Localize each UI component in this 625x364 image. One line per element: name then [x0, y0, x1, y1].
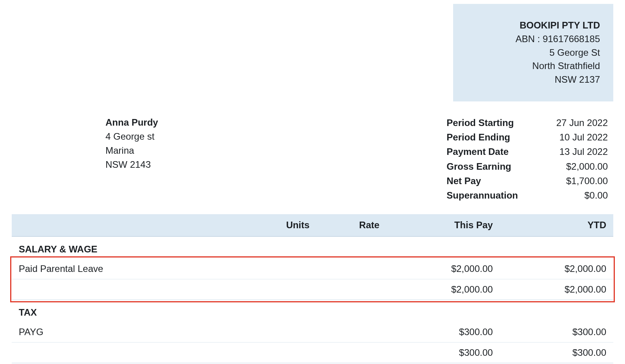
subtotal-cell [240, 343, 316, 363]
summary-value: 10 Jul 2022 [545, 130, 608, 144]
summary-value: $2,000.00 [545, 159, 608, 174]
summary-row: Gross Earning$2,000.00 [446, 159, 608, 174]
company-address-1: 5 George St [500, 46, 600, 60]
subtotal-row: $300.00$300.00 [12, 343, 613, 363]
section-title: TAX [12, 300, 613, 322]
summary-label: Payment Date [446, 144, 509, 159]
company-address-2: North Strathfield [500, 59, 600, 73]
summary-row: Period Starting27 Jun 2022 [446, 115, 608, 130]
cell-this_pay: $300.00 [386, 322, 500, 343]
col-this-pay: This Pay [386, 214, 500, 236]
summary-row: Payment Date13 Jul 2022 [446, 144, 608, 159]
summary-row: Net Pay$1,700.00 [446, 174, 608, 188]
cell-ytd: $2,000.00 [500, 259, 613, 279]
subtotal-row: $2,000.00$2,000.00 [12, 279, 613, 300]
section-title: SALARY & WAGE [12, 236, 613, 259]
company-name: BOOKIPI PTY LTD [500, 19, 600, 32]
subtotal-cell: $2,000.00 [500, 279, 613, 300]
subtotal-cell [12, 279, 240, 300]
col-units: Units [240, 214, 316, 236]
subtotal-cell: $300.00 [500, 343, 613, 363]
pay-table: Units Rate This Pay YTD SALARY & WAGEPai… [12, 214, 613, 363]
section-header-row: TAX [12, 300, 613, 322]
table-row: Paid Parental Leave$2,000.00$2,000.00 [12, 259, 613, 279]
table-wrap: Units Rate This Pay YTD SALARY & WAGEPai… [12, 214, 613, 363]
employee-address-3: NSW 2143 [105, 158, 158, 172]
subtotal-cell: $2,000.00 [386, 279, 500, 300]
info-row: Anna Purdy 4 George st Marina NSW 2143 P… [12, 115, 613, 202]
employee-block: Anna Purdy 4 George st Marina NSW 2143 [105, 115, 158, 202]
employee-address-2: Marina [105, 144, 158, 158]
cell-rate [316, 259, 386, 279]
table-row: PAYG$300.00$300.00 [12, 322, 613, 343]
col-item [12, 214, 240, 236]
summary-label: Period Ending [446, 130, 510, 144]
subtotal-cell [316, 279, 386, 300]
summary-row: Period Ending10 Jul 2022 [446, 130, 608, 144]
summary-value: 13 Jul 2022 [545, 144, 608, 159]
subtotal-cell [12, 343, 240, 363]
col-rate: Rate [316, 214, 386, 236]
company-block: BOOKIPI PTY LTD ABN : 91617668185 5 Geor… [453, 4, 613, 101]
table-header-row: Units Rate This Pay YTD [12, 214, 613, 236]
cell-units [240, 322, 316, 343]
summary-block: Period Starting27 Jun 2022Period Ending1… [446, 115, 613, 202]
col-ytd: YTD [500, 214, 613, 236]
cell-item: PAYG [12, 322, 240, 343]
company-abn: ABN : 91617668185 [500, 32, 600, 46]
subtotal-cell [316, 343, 386, 363]
cell-rate [316, 322, 386, 343]
payslip-page: BOOKIPI PTY LTD ABN : 91617668185 5 Geor… [0, 0, 625, 364]
summary-label: Superannuation [446, 188, 518, 202]
summary-label: Gross Earning [446, 159, 511, 174]
subtotal-cell [240, 279, 316, 300]
employee-name: Anna Purdy [105, 115, 158, 130]
summary-row: Superannuation$0.00 [446, 188, 608, 202]
company-address-3: NSW 2137 [500, 73, 600, 87]
cell-item: Paid Parental Leave [12, 259, 240, 279]
subtotal-cell: $300.00 [386, 343, 500, 363]
summary-label: Period Starting [446, 115, 514, 130]
summary-value: $1,700.00 [545, 174, 608, 188]
cell-ytd: $300.00 [500, 322, 613, 343]
summary-label: Net Pay [446, 174, 481, 188]
summary-value: 27 Jun 2022 [545, 115, 608, 130]
company-row: BOOKIPI PTY LTD ABN : 91617668185 5 Geor… [12, 4, 613, 101]
employee-address-1: 4 George st [105, 130, 158, 144]
summary-value: $0.00 [545, 188, 608, 202]
cell-this_pay: $2,000.00 [386, 259, 500, 279]
section-header-row: SALARY & WAGE [12, 236, 613, 259]
cell-units [240, 259, 316, 279]
